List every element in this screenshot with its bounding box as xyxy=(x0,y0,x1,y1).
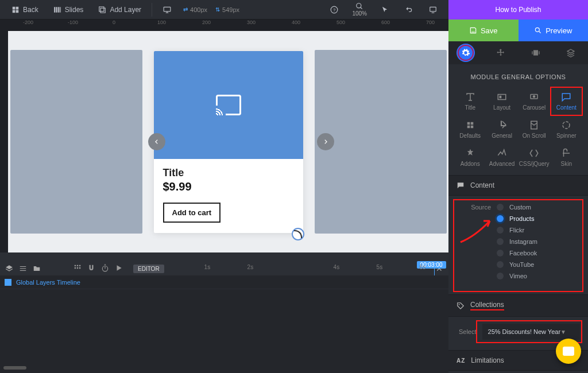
ruler-tick: -100 xyxy=(68,20,78,25)
gear-icon xyxy=(461,48,470,57)
option-defaults[interactable]: Defaults xyxy=(454,115,486,143)
add-layer-button[interactable]: Add Layer xyxy=(91,2,148,17)
option-spinner[interactable]: Spinner xyxy=(551,115,582,143)
zoom-button[interactable]: 100% xyxy=(347,1,372,18)
radio-custom[interactable] xyxy=(497,204,504,211)
option-carousel[interactable]: Carousel xyxy=(518,87,551,115)
time-scale[interactable]: 00:03:00 1s2s4s5s6s7s xyxy=(164,262,430,275)
radio-vimeo[interactable] xyxy=(497,273,504,279)
option-skin[interactable]: Skin xyxy=(551,143,582,172)
search-icon xyxy=(534,26,542,34)
svg-rect-18 xyxy=(470,126,473,129)
right-panel: How to Publish Save Preview MODULE GENER… xyxy=(448,0,588,373)
grid-snap-icon xyxy=(74,264,82,272)
option-general[interactable]: General xyxy=(486,115,517,143)
tab-settings[interactable] xyxy=(448,41,483,64)
collection-select-label: Select xyxy=(457,328,477,335)
help-button[interactable]: ? xyxy=(323,2,345,17)
source-row-vimeo[interactable]: Vimeo xyxy=(457,273,580,279)
section-content-head[interactable]: Content xyxy=(448,175,588,196)
source-row-flickr[interactable]: Flickr xyxy=(457,227,580,234)
svg-rect-9 xyxy=(532,51,532,54)
editor-canvas[interactable]: Title $9.99 Add to cart xyxy=(8,31,448,252)
option-advanced[interactable]: Advanced xyxy=(486,143,517,172)
slides-label: Slides xyxy=(65,6,84,14)
selection-handle[interactable] xyxy=(292,228,304,240)
playhead[interactable]: 00:03:00 xyxy=(434,262,435,275)
radio-products[interactable] xyxy=(497,215,504,222)
option-layout[interactable]: Layout xyxy=(486,87,517,115)
layer-row[interactable]: Global Layers Timeline xyxy=(0,275,448,289)
radio-youtube[interactable] xyxy=(497,261,504,268)
gear-highlight xyxy=(458,45,474,61)
source-row-products[interactable]: Products xyxy=(457,215,580,222)
svg-point-7 xyxy=(535,28,539,32)
svg-point-3 xyxy=(357,3,361,8)
undo-button[interactable] xyxy=(398,2,420,17)
tag-icon xyxy=(457,302,465,310)
source-row-facebook[interactable]: Facebook xyxy=(457,250,580,257)
play-button[interactable] xyxy=(115,264,123,274)
option-icon xyxy=(561,120,571,130)
section-collections-head[interactable]: Collections xyxy=(448,294,588,317)
preview-button[interactable]: Preview xyxy=(519,20,589,41)
how-to-publish-button[interactable]: How to Publish xyxy=(448,0,588,20)
undo-icon xyxy=(405,6,413,14)
carousel-next-button[interactable] xyxy=(317,133,334,150)
monitor-button[interactable] xyxy=(422,2,444,17)
option-onscroll[interactable]: On Scroll xyxy=(518,115,551,143)
option-content[interactable]: Content xyxy=(551,87,582,115)
option-label: Defaults xyxy=(459,133,481,139)
tab-navigation[interactable] xyxy=(483,41,519,64)
stopwatch-button[interactable] xyxy=(101,264,109,274)
source-name: Flickr xyxy=(509,227,580,234)
layers-toggle[interactable] xyxy=(5,264,14,273)
back-label: Back xyxy=(23,6,38,14)
radio-flickr[interactable] xyxy=(497,227,504,234)
add-to-cart-button[interactable]: Add to cart xyxy=(163,203,221,223)
editor-chip[interactable]: EDITOR xyxy=(133,265,164,273)
horizontal-scrollbar[interactable] xyxy=(3,366,26,370)
option-label: General xyxy=(492,133,512,139)
slides-button[interactable]: Slides xyxy=(47,2,91,17)
folder-toggle[interactable] xyxy=(32,264,41,273)
svg-rect-17 xyxy=(467,126,470,129)
source-row-instagram[interactable]: Instagram xyxy=(457,238,580,245)
list-toggle[interactable] xyxy=(18,264,28,273)
layer-color-icon xyxy=(5,279,11,286)
stack-icon xyxy=(566,48,575,57)
option-addons[interactable]: Addons xyxy=(454,143,486,172)
radio-facebook[interactable] xyxy=(497,250,504,257)
option-label: On Scroll xyxy=(523,133,546,139)
back-button[interactable]: Back xyxy=(5,2,45,17)
card-price[interactable]: $9.99 xyxy=(163,180,294,193)
height-display[interactable]: ⇅549px xyxy=(212,6,243,13)
grid-snap-button[interactable] xyxy=(74,264,82,274)
source-name: Facebook xyxy=(509,250,580,257)
option-cssjquery[interactable]: CSS/jQuery xyxy=(518,143,551,172)
device-desktop-button[interactable] xyxy=(156,2,179,17)
save-label: Save xyxy=(481,26,498,35)
help-icon: ? xyxy=(330,6,338,14)
time-tick: 5s xyxy=(377,264,383,270)
source-row-youtube[interactable]: YouTube xyxy=(457,261,580,268)
option-title[interactable]: Title xyxy=(454,87,486,115)
play-icon xyxy=(115,264,123,272)
radio-instagram[interactable] xyxy=(497,238,504,245)
tab-slides[interactable] xyxy=(519,41,554,64)
magnet-button[interactable] xyxy=(87,264,95,274)
product-card[interactable]: Title $9.99 Add to cart xyxy=(154,51,303,233)
svg-rect-8 xyxy=(533,50,538,55)
layer-name: Global Layers Timeline xyxy=(16,279,80,286)
tab-layers[interactable] xyxy=(553,41,588,64)
collection-select[interactable]: 25% Discounts! New Year ▼ xyxy=(482,324,580,340)
save-button[interactable]: Save xyxy=(448,20,519,41)
chat-fab-button[interactable] xyxy=(556,339,581,364)
carousel-prev-button[interactable] xyxy=(148,133,165,150)
comment-icon xyxy=(457,181,465,189)
card-title[interactable]: Title xyxy=(163,167,294,179)
width-display[interactable]: ⇄400px xyxy=(180,6,211,13)
pointer-button[interactable] xyxy=(374,2,396,17)
option-label: Carousel xyxy=(523,104,546,111)
source-row-custom[interactable]: SourceCustom xyxy=(457,204,580,211)
